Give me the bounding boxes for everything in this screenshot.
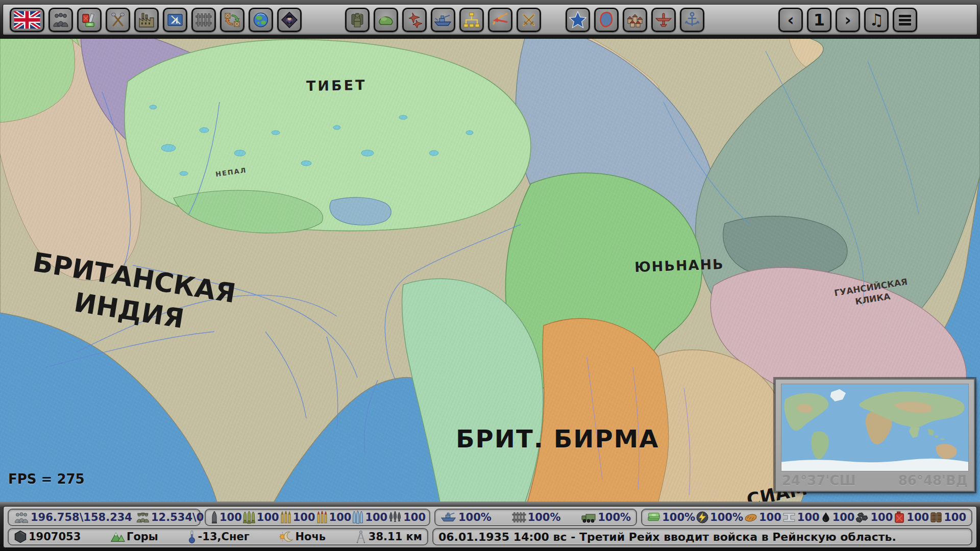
- money: 100%: [647, 511, 695, 523]
- ports-button[interactable]: [680, 8, 704, 32]
- movement-plans-button[interactable]: [488, 8, 512, 32]
- resources-button[interactable]: [77, 8, 102, 32]
- economy-panel: 100% 100% 100: [641, 509, 972, 526]
- mountain-icon: [110, 531, 125, 543]
- menu-button[interactable]: [893, 8, 917, 32]
- research-button[interactable]: [163, 8, 187, 32]
- weather-value: -13,Снег: [198, 531, 250, 543]
- uk-flag-icon: [14, 11, 40, 29]
- province-shape-icon: [599, 11, 614, 29]
- mortar-rounds: 100: [243, 511, 279, 524]
- mortar-rounds-icon: [243, 511, 255, 524]
- saluting-soldier-icon: [350, 11, 365, 29]
- bottom-status-bar: 196.758\158.234 12.534\0.123: [0, 502, 980, 551]
- trade-button[interactable]: [220, 8, 244, 32]
- distance-info: 38.11 км: [355, 530, 422, 543]
- ship-icon: [440, 512, 457, 523]
- sun-moon-icon: [278, 531, 293, 543]
- fps-counter: FPS = 275: [8, 471, 85, 487]
- game-screen: ТИБЕТ НЕПАЛ БРИТАНСКАЯ ИНДИЯ ЮНЬНАНЬ ГУА…: [0, 0, 980, 551]
- minimap[interactable]: 24°37'СШ 86°48'ВД: [775, 379, 975, 492]
- page-number-label: 1: [814, 12, 825, 28]
- artillery-shell-icon: [211, 511, 218, 524]
- logistics-panel: 100% 100%: [434, 509, 637, 526]
- prev-page-button[interactable]: ‹: [778, 8, 803, 32]
- barrels: 100: [930, 511, 966, 523]
- bombs: 100: [388, 511, 426, 524]
- railway-icon: [512, 512, 526, 523]
- barrels-icon: [930, 511, 942, 523]
- provinces-button[interactable]: [594, 8, 619, 32]
- terrain-info: Горы: [110, 531, 158, 543]
- oil: 100: [821, 511, 855, 523]
- music-button[interactable]: ♫: [864, 8, 889, 32]
- top-toolbar: ‹ 1 › ♫: [0, 0, 980, 39]
- shovels-icon: [110, 12, 126, 28]
- command-structure-button[interactable]: [459, 8, 484, 32]
- country-flag-button[interactable]: [10, 8, 44, 32]
- terrain-value: Горы: [127, 531, 158, 543]
- rifle-rounds-icon: [280, 511, 291, 524]
- naval-shells: 100: [352, 511, 387, 524]
- minimap-coordinates: 24°37'СШ 86°48'ВД: [781, 471, 969, 488]
- toolbar-inner: ‹ 1 › ♫: [3, 4, 977, 35]
- region-label-british-burma: БРИТ. БИРМА: [456, 424, 659, 453]
- crossed-swords-icon: [521, 12, 537, 28]
- world-button[interactable]: [249, 8, 273, 32]
- manpower-panel: 196.758\158.234 12.534\0.123: [8, 509, 201, 526]
- hamburger-menu-icon: [898, 14, 912, 26]
- city-icon: [626, 12, 644, 28]
- time-of-day-value: Ночь: [295, 531, 326, 543]
- distance-value: 38.11 км: [369, 531, 422, 543]
- civilians-icon: [14, 511, 29, 523]
- chevron-right-icon: ›: [844, 12, 851, 28]
- helmet-icon: [377, 12, 395, 28]
- navy-button[interactable]: [431, 8, 455, 32]
- rail-transport: 100%: [512, 511, 561, 523]
- status-row: 1907053 Горы: [8, 528, 972, 545]
- region-label-yunnan: ЮНЬНАНЬ: [634, 256, 725, 275]
- sea-transport: 100%: [440, 511, 492, 523]
- route-arrows-icon: [492, 12, 509, 28]
- artillery-shells: 100: [211, 511, 242, 524]
- railway-network-button[interactable]: [191, 8, 216, 32]
- news-panel: 06.01.1935 14:00 вс - Третий Рейх вводит…: [432, 528, 972, 545]
- achievements-button[interactable]: [566, 8, 590, 32]
- anchor-icon: [684, 11, 700, 29]
- industry-button[interactable]: [134, 8, 159, 32]
- population-button[interactable]: [48, 8, 73, 32]
- construction-button[interactable]: [106, 8, 130, 32]
- thermometer-icon: [187, 530, 197, 543]
- minimap-world: [781, 384, 969, 471]
- blueprint-icon: [167, 12, 183, 28]
- money-icon: [647, 512, 660, 522]
- latitude-readout: 24°37'СШ: [782, 473, 856, 488]
- music-note-icon: ♫: [869, 12, 884, 28]
- oil-icon: [821, 511, 831, 523]
- news-ticker: 06.01.1935 14:00 вс - Третий Рейх вводит…: [438, 531, 896, 543]
- road-transport: 100%: [581, 511, 631, 523]
- aviation-button[interactable]: [402, 8, 427, 32]
- espionage-button[interactable]: [277, 8, 302, 32]
- bombers-icon: [406, 11, 423, 29]
- battles-button[interactable]: [517, 8, 541, 32]
- electricity: 100%: [696, 511, 743, 523]
- ammunition-panel: 100 100: [205, 509, 430, 526]
- recruitment-button[interactable]: [345, 8, 370, 32]
- weather-info: -13,Снег: [187, 530, 250, 543]
- cities-button[interactable]: [623, 8, 647, 32]
- railway-tracks-icon: [195, 13, 212, 27]
- next-page-button[interactable]: ›: [836, 8, 860, 32]
- star-icon: [569, 11, 586, 29]
- rifle-rounds: 100: [280, 511, 315, 524]
- page-number-button[interactable]: 1: [807, 8, 831, 32]
- mg-rounds-icon: [316, 511, 328, 524]
- air-bases-button[interactable]: [651, 8, 676, 32]
- infantry-button[interactable]: [374, 8, 398, 32]
- bombs-icon: [388, 511, 402, 524]
- truck-icon: [581, 512, 596, 523]
- steel-icon: [782, 512, 796, 522]
- resources-icon: [81, 12, 97, 28]
- coal: 100: [855, 511, 893, 523]
- fuel-icon: [894, 511, 905, 523]
